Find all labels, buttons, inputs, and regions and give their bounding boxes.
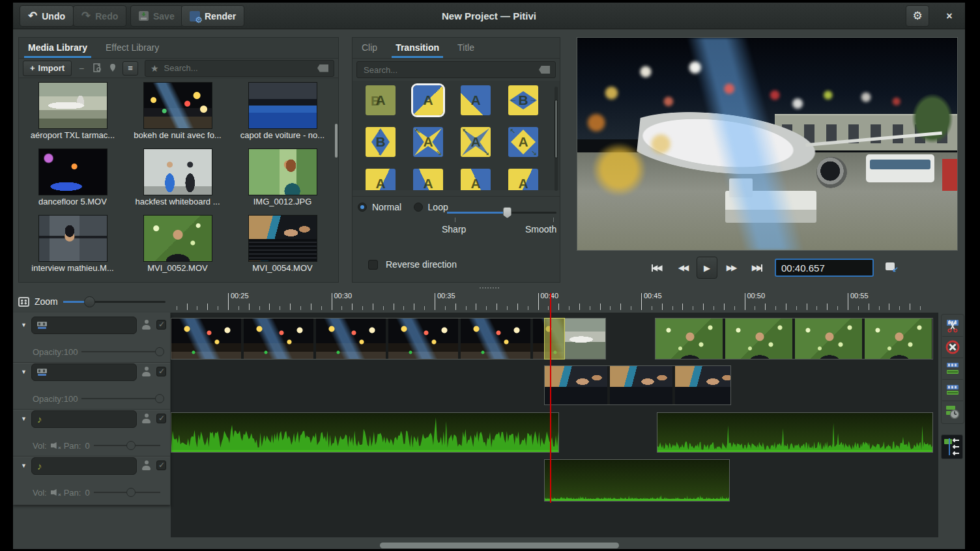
media-search-input[interactable]: [163, 63, 313, 74]
layer-checkbox[interactable]: [156, 460, 166, 470]
group-button[interactable]: [942, 380, 963, 401]
hscrollbar-thumb[interactable]: [380, 543, 619, 548]
transition-tile[interactable]: A: [413, 169, 443, 190]
pan-slider[interactable]: [94, 440, 164, 451]
zoom-fit-icon[interactable]: [18, 297, 29, 307]
transition-tile[interactable]: A: [461, 127, 491, 157]
expander-icon[interactable]: ▼: [21, 322, 27, 328]
opacity-slider[interactable]: [81, 393, 164, 404]
tab-clip[interactable]: Clip: [353, 38, 386, 58]
timeline-audio-clip[interactable]: [171, 412, 559, 453]
person-icon[interactable]: [142, 320, 151, 330]
layer-name-field[interactable]: [31, 363, 137, 381]
transition-tile[interactable]: BA: [366, 85, 396, 115]
timeline-transition-overlap[interactable]: [544, 318, 565, 360]
undo-button[interactable]: ↶ Undo: [20, 5, 74, 27]
media-item[interactable]: bokeh de nuit avec fo...: [125, 82, 230, 142]
mute-speaker-icon[interactable]: ×: [51, 442, 60, 449]
timecode-field[interactable]: [775, 259, 874, 277]
timeline-clip-interview[interactable]: [655, 318, 933, 360]
tab-title[interactable]: Title: [448, 38, 483, 58]
opacity-slider[interactable]: [81, 346, 164, 357]
transition-tile[interactable]: A: [413, 127, 443, 157]
expander-icon[interactable]: ▼: [21, 369, 27, 375]
gapless-mode-button[interactable]: [941, 434, 963, 459]
timeline-clip-airport[interactable]: [564, 318, 606, 360]
go-to-start-button[interactable]: ▶▶: [647, 258, 667, 277]
import-button[interactable]: + Import: [23, 61, 72, 76]
pane-resize-handle[interactable]: [480, 287, 499, 289]
zoom-slider-handle[interactable]: [84, 296, 95, 307]
timeline-audio-clip[interactable]: [657, 412, 933, 453]
zoom-slider[interactable]: [63, 296, 166, 307]
insert-at-end-icon[interactable]: [107, 62, 119, 75]
remove-clip-icon[interactable]: −: [76, 62, 87, 75]
align-clips-button[interactable]: [942, 401, 963, 423]
transition-tile[interactable]: A: [508, 127, 538, 157]
media-item[interactable]: IMG_0012.JPG: [230, 148, 335, 208]
transition-tile[interactable]: A: [366, 169, 396, 190]
menu-gear-button[interactable]: ⚙: [906, 5, 929, 27]
timeline-ruler[interactable]: 00:2500:3000:3500:4000:4500:5000:55: [171, 292, 938, 311]
undock-viewer-button[interactable]: ↙: [884, 261, 899, 274]
expander-icon[interactable]: ▼: [21, 462, 27, 469]
layer-name-field[interactable]: ♪: [31, 457, 137, 475]
normal-radio[interactable]: Normal: [358, 202, 401, 212]
clip-properties-icon[interactable]: [91, 62, 103, 75]
playhead[interactable]: [550, 293, 551, 503]
fast-forward-button[interactable]: ▶▶: [721, 258, 741, 277]
listview-toggle-button[interactable]: ≡: [122, 61, 138, 76]
redo-button[interactable]: ↷ Redo: [73, 5, 126, 27]
render-button[interactable]: Render: [181, 5, 244, 27]
delete-clip-button[interactable]: [942, 337, 963, 358]
person-icon[interactable]: [142, 367, 151, 377]
tab-transition[interactable]: Transition: [386, 38, 448, 58]
play-button[interactable]: ▶: [697, 257, 717, 279]
reverse-checkbox[interactable]: [368, 260, 378, 270]
transition-search-input[interactable]: [362, 64, 535, 76]
border-slider[interactable]: [447, 207, 556, 218]
person-icon[interactable]: [142, 460, 151, 471]
timeline-audio-clip[interactable]: [544, 459, 730, 502]
layer-name-field[interactable]: ♪: [31, 410, 137, 428]
media-item[interactable]: MVI_0052.MOV: [125, 215, 230, 275]
reverse-direction-row[interactable]: Reverse direction: [368, 259, 457, 270]
rewind-button[interactable]: ◀◀: [673, 258, 693, 277]
close-button[interactable]: ×: [938, 5, 960, 27]
media-item[interactable]: dancefloor 5.MOV: [20, 148, 125, 208]
transition-tile[interactable]: B: [366, 127, 396, 157]
media-item[interactable]: capot de voiture - no...: [230, 82, 335, 142]
media-item[interactable]: aéroport TXL tarmac...: [20, 82, 125, 142]
media-item[interactable]: interview mathieu.M...: [20, 215, 125, 275]
loop-radio[interactable]: Loop: [414, 202, 448, 212]
save-button[interactable]: Save: [130, 5, 183, 27]
media-item[interactable]: MVI_0054.MOV: [230, 215, 335, 275]
transition-tile[interactable]: A: [461, 85, 491, 115]
ungroup-button[interactable]: [942, 358, 963, 380]
layer-checkbox[interactable]: [156, 414, 166, 423]
go-to-end-button[interactable]: ▶▶: [747, 258, 767, 277]
media-scrollbar[interactable]: [335, 124, 338, 158]
slider-handle[interactable]: [503, 207, 512, 218]
split-clip-button[interactable]: [942, 315, 963, 337]
transition-tile[interactable]: A: [461, 169, 491, 190]
timeline-clip-keyboard[interactable]: [544, 365, 731, 405]
media-item[interactable]: hackfest whiteboard ...: [125, 148, 230, 208]
tab-effect-library[interactable]: Effect Library: [96, 38, 168, 58]
transition-tile[interactable]: B: [508, 85, 538, 115]
timeline-clip-bokeh[interactable]: [171, 318, 564, 360]
mute-speaker-icon[interactable]: ×: [51, 488, 60, 496]
pan-slider[interactable]: [94, 487, 164, 498]
tab-media-library[interactable]: Media Library: [19, 38, 96, 58]
clear-search-icon[interactable]: [317, 64, 328, 72]
timeline-hscrollbar[interactable]: [13, 537, 965, 549]
layer-checkbox[interactable]: [156, 320, 166, 330]
person-icon[interactable]: [142, 414, 151, 424]
clear-search-icon[interactable]: [539, 66, 550, 74]
expander-icon[interactable]: ▼: [21, 416, 27, 422]
transition-tile[interactable]: A: [508, 169, 538, 190]
layer-checkbox[interactable]: [156, 367, 166, 376]
layer-name-field[interactable]: [31, 317, 137, 334]
transition-scrollbar[interactable]: [555, 87, 558, 191]
transition-tile-selected[interactable]: A: [413, 85, 443, 115]
